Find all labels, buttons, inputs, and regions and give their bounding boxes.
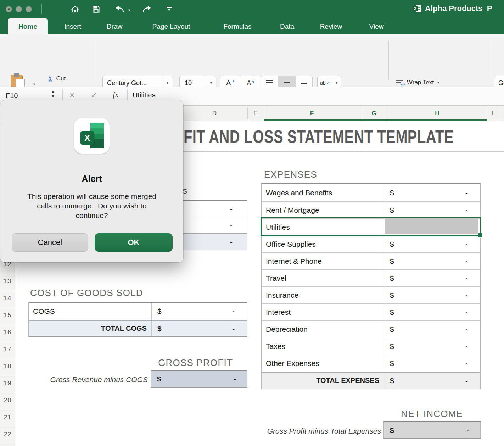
cogs-value-cell[interactable]: $ -	[151, 303, 247, 320]
expense-label-cell[interactable]: Interest	[262, 304, 384, 320]
cell-value: -	[465, 240, 468, 249]
cancel-entry-button[interactable]: ×	[69, 90, 75, 100]
expense-label-cell[interactable]: Taxes	[262, 338, 384, 355]
ok-button[interactable]: OK	[95, 233, 173, 252]
close-window-button[interactable]	[6, 6, 12, 12]
cell-value: -	[465, 308, 468, 317]
row-header-20[interactable]: 20	[0, 396, 15, 404]
cogs-heading-cell[interactable]: COST OF GOODS SOLD	[30, 288, 143, 299]
row-header-16[interactable]: 16	[0, 328, 15, 336]
undo-button[interactable]	[113, 4, 125, 14]
cut-button[interactable]: ✂ Cut	[47, 74, 66, 83]
excel-window: ▼ ▼ X Alpha Products_P HomeInsertDrawPag…	[0, 0, 504, 446]
expense-value-cell[interactable]: $-	[384, 253, 480, 269]
total-cogs-label-cell[interactable]: TOTAL COGS	[29, 321, 151, 336]
confirm-entry-button[interactable]: ✓	[90, 90, 98, 100]
column-header-h[interactable]: H	[388, 106, 487, 121]
dialog-message-line: cells to unmerge. Do you wish to	[0, 202, 183, 210]
column-header-i[interactable]: I	[487, 106, 499, 121]
total-cogs-value-cell[interactable]: $ -	[151, 321, 247, 336]
wrap-text-button[interactable]: ↩ Wrap Text ▼	[396, 79, 440, 86]
insert-function-button[interactable]: fx	[113, 90, 119, 100]
redo-button[interactable]	[141, 4, 153, 14]
cell-value: -	[465, 342, 468, 351]
gross-profit-heading-cell[interactable]: GROSS PROFIT	[106, 357, 233, 368]
expense-value-cell[interactable]: $-	[384, 202, 480, 218]
orientation-arrow-icon: ↗	[326, 80, 330, 86]
customize-toolbar-button[interactable]: ▼	[164, 4, 174, 14]
tab-view[interactable]: View	[360, 18, 393, 34]
net-income-value-cell[interactable]: $ -	[383, 421, 481, 439]
column-header-f[interactable]: F	[264, 106, 360, 121]
dialog-message-line: continue?	[0, 211, 183, 220]
undo-dropdown-caret[interactable]: ▼	[128, 9, 131, 12]
column-header-d[interactable]: D	[181, 106, 247, 121]
row-header-13[interactable]: 13	[0, 277, 15, 285]
total-expenses-value-cell[interactable]: $-	[384, 373, 480, 389]
expense-label-cell[interactable]: Depreciation	[262, 321, 384, 338]
expense-value-cell[interactable]: $-	[384, 270, 480, 286]
save-icon	[92, 5, 100, 13]
expense-label-cell[interactable]: Wages and Benefits	[262, 184, 384, 201]
tab-draw[interactable]: Draw	[99, 18, 130, 34]
save-button[interactable]	[91, 4, 101, 14]
tab-home[interactable]: Home	[8, 18, 48, 34]
currency-symbol: $	[390, 189, 394, 197]
wrap-text-caret[interactable]: ▼	[437, 81, 440, 84]
minimize-window-button[interactable]	[16, 6, 22, 12]
expense-value-cell[interactable]: $-	[384, 236, 480, 252]
net-income-heading-cell[interactable]: NET INCOME	[354, 408, 463, 419]
cogs-label-cell[interactable]: COGS	[29, 303, 151, 320]
row-header-21[interactable]: 21	[0, 413, 15, 421]
name-box-stepper[interactable]: ▲▼	[51, 89, 55, 99]
row-header-18[interactable]: 18	[0, 362, 15, 370]
tab-review[interactable]: Review	[315, 18, 347, 34]
row-header-14[interactable]: 14	[0, 294, 15, 302]
formula-content[interactable]: Utilities	[133, 91, 155, 99]
expense-value-cell[interactable]: $-	[384, 184, 480, 201]
total-cogs-row: TOTAL COGS $ -	[29, 320, 247, 336]
cogs-table: COGS $ - TOTAL COGS $ -	[28, 302, 247, 337]
tab-insert[interactable]: Insert	[57, 18, 88, 34]
dialog-message-line: This operation will cause some merged	[0, 192, 183, 201]
selection-fill-handle[interactable]	[478, 233, 483, 238]
expense-label-cell[interactable]: Other Expenses	[262, 355, 384, 372]
cell-value: -	[465, 189, 468, 197]
expense-label-cell[interactable]: Office Supplies	[262, 236, 384, 252]
expense-label-cell[interactable]: Insurance	[262, 287, 384, 303]
name-box[interactable]: F10	[6, 92, 18, 100]
row-header-17[interactable]: 17	[0, 345, 15, 353]
zoom-window-button[interactable]	[26, 6, 32, 12]
net-income-note-cell[interactable]: Gross Profit minus Total Expenses	[248, 427, 381, 435]
column-header-g[interactable]: G	[360, 106, 388, 121]
column-header-e[interactable]: E	[247, 106, 264, 121]
expense-value-cell[interactable]: $-	[384, 355, 480, 372]
paste-dropdown-caret[interactable]: ▼	[33, 83, 36, 86]
expense-label-cell[interactable]: Rent / Mortgage	[262, 202, 384, 218]
expenses-table: Wages and Benefits$-Rent / Mortgage$-Uti…	[261, 183, 481, 389]
expenses-heading-cell[interactable]: EXPENSES	[264, 169, 317, 180]
expense-label-cell[interactable]: Internet & Phone	[262, 253, 384, 269]
tab-label: Draw	[107, 23, 122, 30]
expense-label-cell[interactable]: Travel	[262, 270, 384, 286]
expense-value-cell[interactable]: $-	[384, 304, 480, 320]
tab-label: View	[369, 23, 384, 30]
total-expenses-label-cell[interactable]: TOTAL EXPENSES	[262, 373, 384, 389]
gross-profit-value-cell[interactable]: $ -	[151, 370, 247, 388]
row-header-15[interactable]: 15	[0, 311, 15, 319]
row-header-19[interactable]: 19	[0, 379, 15, 387]
row-header-22[interactable]: 22	[0, 430, 15, 438]
sheet-title-cell[interactable]: FIT AND LOSS STATEMENT TEMPLATE	[184, 128, 454, 146]
cell-value: -	[465, 359, 468, 368]
tab-page-layout[interactable]: Page Layout	[140, 18, 202, 34]
tab-data[interactable]: Data	[271, 18, 303, 34]
currency-symbol: $	[390, 325, 394, 334]
cancel-button[interactable]: Cancel	[12, 233, 88, 252]
gross-profit-note-cell[interactable]: Gross Revenue minus COGS	[35, 375, 148, 384]
home-quick-button[interactable]	[69, 4, 81, 14]
tab-formulas[interactable]: Formulas	[208, 18, 267, 34]
selection-border[interactable]	[261, 217, 481, 236]
expense-value-cell[interactable]: $-	[384, 287, 480, 303]
expense-value-cell[interactable]: $-	[384, 321, 480, 338]
expense-value-cell[interactable]: $-	[384, 338, 480, 355]
